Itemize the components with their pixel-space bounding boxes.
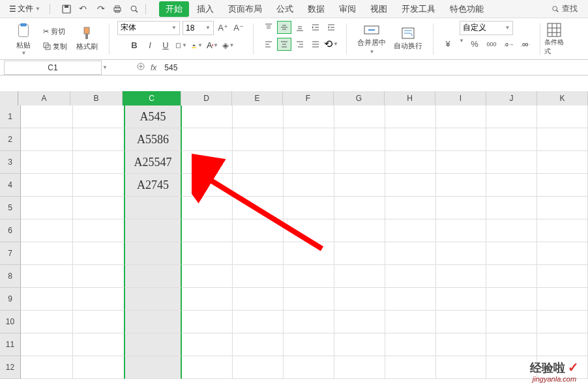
cell-F6[interactable] [284, 219, 334, 242]
cell-E6[interactable] [233, 219, 284, 242]
cell-I9[interactable] [436, 288, 487, 311]
cell-J4[interactable] [486, 174, 537, 197]
thousands-button[interactable]: 000 [485, 38, 498, 51]
bold-button[interactable]: B [128, 39, 141, 52]
cell-C2[interactable]: A5586 [124, 128, 183, 151]
cell-J10[interactable] [486, 311, 537, 333]
cell-E7[interactable] [233, 242, 284, 265]
cell-C8[interactable] [124, 265, 183, 288]
cell-K10[interactable] [537, 311, 588, 333]
cell-I2[interactable] [436, 128, 487, 151]
cell-F7[interactable] [284, 242, 334, 265]
cell-A3[interactable] [21, 151, 73, 174]
cell-F4[interactable] [284, 174, 334, 197]
cell-I4[interactable] [436, 174, 487, 197]
cell-B1[interactable] [73, 105, 125, 128]
cell-E5[interactable] [233, 197, 284, 219]
cell-D3[interactable] [182, 151, 233, 174]
file-menu[interactable]: ☰ 文件 ▼ [5, 3, 44, 14]
cell-D7[interactable] [182, 242, 233, 265]
conditional-format-button[interactable]: 条件格式 [544, 22, 564, 56]
cell-C1[interactable]: A545 [124, 105, 183, 128]
preview-icon[interactable] [128, 3, 140, 15]
row-header-5[interactable]: 5 [0, 197, 21, 219]
cell-A1[interactable] [21, 105, 73, 128]
cut-button[interactable]: ✂ 剪切 [40, 25, 70, 38]
cell-H1[interactable] [385, 105, 436, 128]
increase-font-button[interactable]: A⁺ [216, 21, 229, 35]
cell-A9[interactable] [21, 288, 73, 311]
cell-I1[interactable] [436, 105, 487, 128]
cell-K3[interactable] [537, 151, 588, 174]
cell-B3[interactable] [73, 151, 125, 174]
cell-F5[interactable] [284, 197, 334, 219]
cell-C4[interactable]: A2745 [124, 174, 183, 197]
increase-decimal-button[interactable]: .0→.00 [502, 38, 515, 51]
cell-H7[interactable] [385, 242, 436, 265]
cell-B8[interactable] [73, 265, 125, 288]
tab-features[interactable]: 特色功能 [443, 1, 490, 17]
cell-G6[interactable] [334, 219, 385, 242]
cell-A10[interactable] [21, 311, 73, 333]
cell-B12[interactable] [73, 356, 125, 379]
font-name-select[interactable]: 宋体 ▼ [117, 21, 180, 35]
cell-K8[interactable] [537, 265, 588, 288]
increase-indent-button[interactable] [324, 21, 338, 34]
align-middle-button[interactable] [277, 21, 291, 34]
tab-formula[interactable]: 公式 [270, 1, 300, 17]
cell-J8[interactable] [486, 265, 537, 288]
paste-button[interactable]: 粘贴▼ [9, 22, 38, 56]
cell-H2[interactable] [385, 128, 436, 151]
cell-F1[interactable] [284, 105, 334, 128]
format-painter-button[interactable]: 格式刷 [72, 22, 101, 56]
col-header-E[interactable]: E [232, 91, 283, 105]
cell-I12[interactable] [436, 356, 487, 379]
cell-K5[interactable] [537, 197, 588, 219]
align-bottom-button[interactable] [293, 21, 307, 34]
tab-dev[interactable]: 开发工具 [395, 1, 442, 17]
cell-B5[interactable] [73, 197, 125, 219]
expand-icon[interactable] [136, 62, 145, 73]
cell-I11[interactable] [436, 333, 487, 356]
cell-A2[interactable] [21, 128, 73, 151]
col-header-K[interactable]: K [537, 91, 588, 105]
tab-layout[interactable]: 页面布局 [222, 1, 269, 17]
cell-K4[interactable] [537, 174, 588, 197]
cell-style-button[interactable]: ◈▼ [222, 39, 235, 52]
cell-K1[interactable] [537, 105, 588, 128]
cell-D12[interactable] [182, 356, 233, 379]
cell-D9[interactable] [182, 288, 233, 311]
chevron-down-icon[interactable]: ▼ [102, 64, 110, 70]
justify-button[interactable] [308, 38, 323, 51]
cell-C9[interactable] [124, 288, 183, 311]
cell-F12[interactable] [284, 356, 334, 379]
cell-A11[interactable] [21, 333, 73, 356]
cell-H12[interactable] [385, 356, 436, 379]
cell-B6[interactable] [73, 219, 125, 242]
cell-D2[interactable] [182, 128, 233, 151]
cell-E4[interactable] [233, 174, 284, 197]
tab-view[interactable]: 视图 [364, 1, 394, 17]
align-center-button[interactable] [277, 38, 291, 51]
col-header-I[interactable]: I [435, 91, 486, 105]
wrap-text-button[interactable]: 自动换行 [391, 22, 425, 56]
cell-I5[interactable] [436, 197, 487, 219]
number-format-select[interactable]: 自定义 ▼ [460, 21, 513, 35]
cell-C7[interactable] [124, 242, 183, 265]
cell-F10[interactable] [284, 311, 334, 333]
decrease-font-button[interactable]: A⁻ [232, 21, 245, 35]
tab-review[interactable]: 审阅 [332, 1, 362, 17]
cell-K11[interactable] [537, 333, 588, 356]
cell-K6[interactable] [537, 219, 588, 242]
cell-D6[interactable] [182, 219, 233, 242]
cell-C3[interactable]: A25547 [124, 151, 183, 174]
cell-G11[interactable] [334, 333, 385, 356]
row-header-4[interactable]: 4 [0, 174, 21, 197]
fx-button[interactable]: fx [151, 63, 156, 72]
row-header-9[interactable]: 9 [0, 288, 21, 311]
cell-G9[interactable] [334, 288, 385, 311]
cell-D1[interactable] [182, 105, 233, 128]
cell-I3[interactable] [436, 151, 487, 174]
cell-A5[interactable] [21, 197, 73, 219]
font-color-button[interactable]: A▼ [206, 39, 219, 52]
